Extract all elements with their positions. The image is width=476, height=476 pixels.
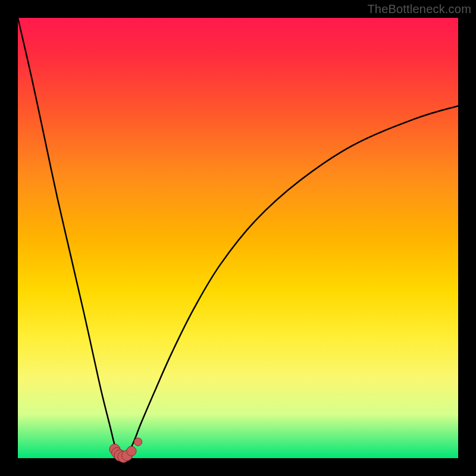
marker-6: [134, 438, 142, 446]
series-right-curve: [124, 106, 458, 458]
watermark-text: TheBottleneck.com: [367, 2, 471, 16]
series-left-curve: [18, 18, 124, 458]
chart-svg: [18, 18, 458, 458]
marker-5: [127, 446, 136, 456]
chart-frame: TheBottleneck.com: [0, 0, 476, 476]
chart-curves: [18, 18, 458, 458]
chart-plot-area: [18, 18, 458, 458]
